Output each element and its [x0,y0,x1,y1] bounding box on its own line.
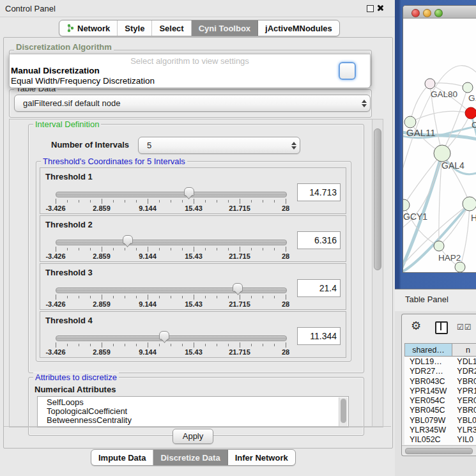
table-row[interactable]: YDR27…YDR2 [404,367,476,376]
threshold-4-panel: Threshold 4 -3.4262.8599.14415.4321.7152… [40,311,346,358]
tab-label: jActiveMNodules [265,24,332,33]
network-canvas[interactable] [403,19,476,272]
vertical-scrollbar[interactable] [372,119,383,427]
apply-button[interactable]: Apply [173,429,213,444]
network-window-titlebar[interactable] [403,6,476,19]
slider-tick-labels: -3.4262.8599.14415.4321.71528 [56,252,286,260]
checkbox-icons[interactable]: ☑☑ [457,323,472,332]
threshold-label: Threshold 4 [45,316,93,325]
numerical-attributes-list[interactable]: SelfLoopsTopologicalCoefficientBetweenne… [37,396,349,427]
table-window: ⚙ ☑☑ shared… n YDL19…YDL1YDR27…YDR2YBR04… [401,314,476,456]
discretization-algorithm-label: Discretization Algorithm [14,42,114,52]
node-label-g[interactable]: G. [468,93,476,103]
threshold-slider-track[interactable] [56,288,287,293]
table-row[interactable]: YIL052CYIL0 [404,435,476,445]
table-panel-title: Table Panel [405,295,449,304]
table-row[interactable]: YPR145WYPR1 [404,387,476,396]
tab-label: Network [77,24,110,33]
tab-infer-network[interactable]: Infer Network [228,450,295,465]
network-window [403,5,476,273]
table-row[interactable]: YBL079WYBL0 [404,416,476,426]
tab-label: Style [125,24,144,33]
node-label-gcy1[interactable]: GCY1 [403,211,427,222]
numerical-attributes-title: Numerical Attributes [35,385,116,394]
tab-jactivemnodules[interactable]: jActiveMNodules [258,20,339,36]
algorithm-combo-focus-fragment[interactable] [339,62,356,80]
slider-tick-labels: -3.4262.8599.14415.4321.71528 [56,204,286,212]
table-row[interactable]: YBR043CYBR0 [404,377,476,387]
tab-label: Cyni Toolbox [199,24,250,33]
dropdown-option-manual[interactable]: Manual Discretization [11,66,100,75]
threshold-1-panel: Threshold 1 -3.4262.8599.14415.4321.7152… [40,167,346,214]
scrollbar-thumb[interactable] [341,399,346,423]
tab-discretize-data[interactable]: Discretize Data [153,450,227,465]
dropdown-option-equal-width[interactable]: Equal Width/Frequency Discretization [11,76,155,86]
network-icon [66,24,75,33]
threshold-label: Threshold 2 [45,220,93,229]
attributes-group-label: Attributes to discretize [33,372,119,382]
control-panel-titlebar: Control Panel [0,0,395,17]
bottom-tabstrip: Impute Data Discretize Data Infer Networ… [91,449,296,466]
minimize-traffic-light-icon[interactable] [423,9,431,17]
threshold-value-input[interactable] [297,231,341,249]
threshold-slider-track[interactable] [56,335,287,341]
scrollbar-thumb[interactable] [374,128,381,270]
number-of-intervals-value: 5 [139,141,288,150]
close-traffic-light-icon[interactable] [411,9,420,17]
node-label-gal80[interactable]: GAL80 [431,89,457,99]
threshold-slider-track[interactable] [56,192,287,197]
table-row[interactable]: YLR345WYLR3 [404,426,476,435]
slider-ticks [56,342,286,348]
table-row[interactable]: YBR045CYBR0 [404,406,476,415]
table-rows: YDL19…YDL1YDR27…YDR2YBR043CYBR0YPR145WYP… [404,357,476,445]
number-of-intervals-combo[interactable]: 5 [138,137,300,154]
combo-spinner-icon [288,142,300,150]
attribute-list-item[interactable]: BetweennessCentrality [38,416,348,425]
tab-label: Select [159,24,183,33]
attribute-list-item[interactable]: SelfLoops [38,398,348,407]
threshold-slider-handle[interactable] [233,283,243,292]
horizontal-scrollbar[interactable] [402,445,476,454]
tab-impute-data[interactable]: Impute Data [91,450,153,465]
column-header-shared[interactable]: shared… [404,343,452,357]
network-graph [403,19,476,272]
tab-network[interactable]: Network [59,20,118,36]
close-icon[interactable] [376,4,383,12]
node-label-hap2[interactable]: HAP2 [438,253,461,263]
panel-title: Control Panel [5,4,56,13]
dropdown-prompt: Select algorithm to view settings [10,56,370,66]
table-data-combo[interactable]: galFiltered.sif default node [14,95,371,112]
table-row[interactable]: YER054CYER0 [404,396,476,406]
scrollbar-thumb[interactable] [405,448,473,454]
zoom-traffic-light-icon[interactable] [434,9,443,17]
node-label-h[interactable]: H [471,213,476,223]
table-row[interactable]: YDL19…YDL1 [404,357,476,367]
gear-icon[interactable]: ⚙ [411,320,421,332]
combo-spinner-icon [358,100,370,107]
column-header-name[interactable]: n [452,343,476,357]
tab-style[interactable]: Style [118,20,152,36]
threshold-value-input[interactable] [297,327,341,345]
algorithm-dropdown-popup: Select algorithm to view settings Manual… [9,54,371,88]
node-label-gal11[interactable]: GAL11 [406,127,436,138]
threshold-slider-track[interactable] [56,240,287,245]
node-label-c[interactable]: C [472,120,476,130]
split-columns-icon[interactable] [435,321,448,334]
attribute-list-item[interactable]: TopologicalCoefficient [38,407,348,416]
threshold-slider-handle[interactable] [184,187,194,196]
number-of-intervals-label: Number of Intervals [51,140,129,150]
slider-ticks [56,247,286,252]
tab-select[interactable]: Select [152,20,191,36]
threshold-label: Threshold 1 [45,172,93,181]
tab-cyni-toolbox[interactable]: Cyni Toolbox [192,20,258,36]
threshold-slider-handle[interactable] [159,331,169,340]
threshold-slider-handle[interactable] [123,235,133,244]
slider-tick-labels: -3.4262.8599.14415.4321.71528 [56,348,286,356]
list-scrollbar[interactable] [339,397,348,427]
slider-tick-labels: -3.4262.8599.14415.4321.71528 [56,300,286,308]
float-window-icon[interactable] [367,5,374,12]
threshold-value-input[interactable] [297,279,341,297]
node-label-gal4[interactable]: GAL4 [441,160,464,171]
threshold-value-input[interactable] [297,183,341,201]
top-tabstrip: Network Style Select Cyni Toolbox jActiv… [59,20,340,36]
